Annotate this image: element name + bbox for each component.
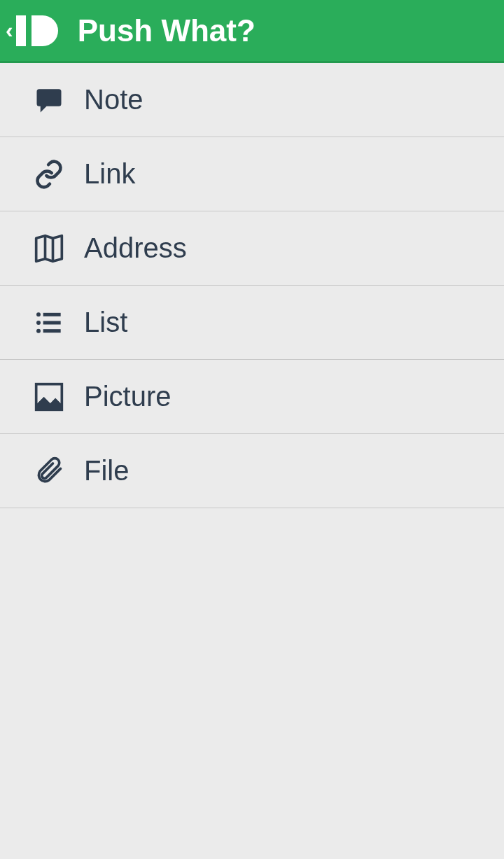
address-icon — [34, 233, 64, 264]
list-item-label: File — [84, 455, 129, 487]
list-item-label: Link — [84, 158, 135, 190]
list-icon — [34, 307, 64, 338]
list-item-label: Note — [84, 84, 144, 116]
list-item-address[interactable]: Address — [0, 211, 504, 286]
list-item-picture[interactable]: Picture — [0, 360, 504, 434]
svg-point-5 — [36, 321, 41, 325]
list-item-link[interactable]: Link — [0, 137, 504, 211]
svg-rect-8 — [43, 329, 61, 333]
list-item-note[interactable]: Note — [0, 63, 504, 137]
back-chevron-icon: ‹ — [6, 18, 13, 43]
page-title: Push What? — [78, 13, 255, 48]
picture-icon — [34, 382, 64, 412]
push-type-list: Note Link Address — [0, 63, 504, 508]
svg-rect-4 — [43, 312, 61, 316]
svg-rect-0 — [16, 15, 26, 46]
note-icon — [34, 85, 64, 116]
app-logo-icon — [16, 14, 58, 48]
list-item-list[interactable]: List — [0, 286, 504, 360]
link-icon — [34, 159, 64, 190]
list-item-file[interactable]: File — [0, 434, 504, 508]
list-item-label: Address — [84, 232, 187, 264]
svg-point-7 — [36, 328, 41, 333]
list-item-label: List — [84, 307, 127, 338]
file-icon — [34, 456, 64, 487]
list-item-label: Picture — [84, 381, 172, 412]
back-button[interactable]: ‹ — [6, 14, 58, 48]
svg-rect-6 — [43, 321, 61, 324]
svg-point-3 — [36, 312, 41, 316]
app-header: ‹ Push What? — [0, 0, 504, 63]
